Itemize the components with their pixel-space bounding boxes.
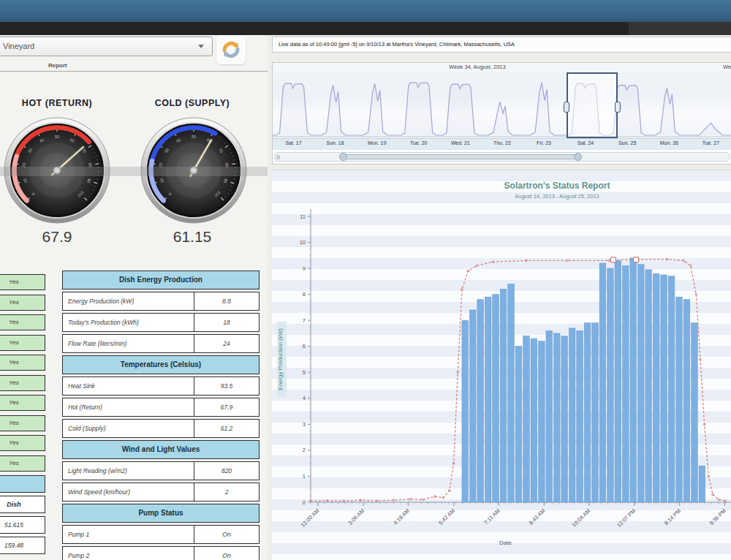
svg-text:0: 0: [303, 499, 306, 506]
selection-left-handle[interactable]: [564, 102, 569, 113]
live-data-bar: Live data as of 10:49:00 [gmt -5] on 9/1…: [272, 37, 731, 53]
timeline-day-label[interactable]: Sat. 24: [565, 140, 607, 145]
bar: [645, 270, 652, 502]
timeline-day-label[interactable]: Tue. 27: [690, 140, 731, 145]
bar: [538, 341, 545, 502]
scrollbar-right-knob[interactable]: [574, 153, 582, 161]
bar: [508, 284, 515, 502]
svg-text:50: 50: [192, 135, 196, 139]
site-selector-dropdown[interactable]: Vineyard: [0, 37, 213, 56]
table-row: Pump 1On: [62, 525, 260, 544]
status-section-header-cell: [0, 475, 45, 493]
svg-text:9: 9: [303, 265, 306, 272]
bar: [531, 338, 537, 502]
status-yes-cell: Yes: [0, 375, 45, 391]
timeline-day-label[interactable]: Sun. 25: [607, 140, 648, 145]
scrollbar-left-button[interactable]: [276, 155, 280, 159]
dish-value-cell: 159.48: [0, 537, 45, 554]
scrollbar-thumb[interactable]: [343, 154, 577, 159]
bar: [692, 323, 698, 502]
status-yes-cell: Yes: [0, 355, 45, 371]
info-table-section-header: Temperatures (Celsius): [62, 355, 260, 374]
bar: [477, 300, 484, 502]
timeline-day-label[interactable]: Sat. 17: [273, 140, 314, 145]
row-label: Wind Speed (km/hour): [62, 483, 194, 502]
table-row: Flow Rate (liters/min)24: [62, 334, 260, 353]
timeline-day-label[interactable]: Mon. 26: [648, 140, 690, 145]
svg-text:4: 4: [303, 395, 306, 401]
bar: [569, 328, 575, 502]
table-row: Today's Production (kWh)18: [62, 313, 260, 332]
bar: [599, 263, 606, 502]
site-selector-value: Vineyard: [3, 42, 34, 50]
tab-report[interactable]: Report: [42, 61, 73, 70]
bar: [668, 276, 675, 502]
timeline-day-label[interactable]: Thu. 22: [481, 140, 523, 145]
row-value: 820: [194, 461, 260, 480]
browser-chrome-bar: [0, 0, 731, 22]
timeline-week-title: Week 34, August, 2013: [273, 64, 682, 70]
table-row: Wind Speed (km/hour)2: [62, 483, 260, 502]
timeline-day-label[interactable]: Tue. 20: [398, 140, 439, 145]
table-row: Hot (Return)67.9: [62, 398, 260, 417]
svg-text:12:00 AM: 12:00 AM: [300, 507, 321, 529]
timeline-day-label[interactable]: Mon. 19: [356, 140, 398, 145]
svg-text:4:18 AM: 4:18 AM: [392, 507, 411, 526]
bar: [637, 265, 644, 502]
svg-text:11: 11: [300, 213, 306, 220]
timeline-day-label[interactable]: Fri. 23: [523, 140, 565, 145]
timeline-selection-box[interactable]: [567, 72, 618, 138]
bar: [515, 347, 522, 502]
row-value: 93.5: [194, 377, 260, 396]
row-label: Cold (Supply): [62, 419, 194, 438]
status-yes-cell: Yes: [0, 455, 45, 472]
info-table-section-header: Pump Status: [62, 504, 260, 523]
bar: [493, 295, 499, 502]
status-report-chart-panel: Solartron's Status Report August 14, 201…: [272, 170, 731, 560]
timeline-day-label[interactable]: Wed. 21: [439, 140, 481, 145]
bar: [469, 310, 476, 502]
hot-gauge-value: 67.9: [0, 228, 119, 246]
svg-text:Date: Date: [499, 540, 512, 546]
bar: [622, 266, 629, 502]
bar: [561, 336, 568, 502]
dish-value-cell: 51.615: [0, 516, 45, 534]
timeline-title-row: Week 34, August, 2013 Week: [273, 63, 731, 72]
bar: [577, 330, 583, 502]
svg-text:3:06 AM: 3:06 AM: [347, 507, 366, 526]
timeline-scrollbar[interactable]: [274, 152, 730, 162]
info-table-section-header: Wind and Light Values: [62, 440, 260, 459]
bar: [500, 290, 507, 502]
row-stripe: [0, 167, 268, 176]
row-value: 2: [194, 483, 260, 502]
row-value: 8.8: [194, 292, 260, 311]
energy-production-chart: 01234567891011Energy Production (kW)12:0…: [272, 170, 731, 560]
row-label: Hot (Return): [62, 398, 194, 417]
svg-text:8: 8: [303, 291, 306, 298]
scrollbar-left-knob[interactable]: [339, 153, 347, 161]
svg-text:10: 10: [300, 239, 306, 246]
row-label: Pump 2: [62, 546, 194, 560]
bar: [630, 258, 637, 502]
hot-gauge-label: HOT (RETURN): [0, 98, 119, 108]
dashboard-screen: Vineyard Report HOT (RETURN) COLD (SUPPL…: [0, 0, 731, 560]
bar: [683, 300, 690, 502]
svg-text:2: 2: [303, 447, 306, 453]
row-value: 67.9: [194, 398, 260, 417]
dish-header-cell: Dish: [0, 496, 45, 513]
live-data-text: Live data as of 10:49:00 [gmt -5] on 9/1…: [279, 41, 515, 48]
row-value: On: [194, 525, 260, 544]
bar: [553, 333, 560, 502]
bar: [584, 323, 591, 502]
svg-text:10:04 AM: 10:04 AM: [571, 507, 592, 529]
selection-right-handle[interactable]: [615, 102, 621, 113]
cold-gauge-label: COLD (SUPPLY): [130, 98, 254, 108]
timeline-chart: [273, 72, 731, 138]
status-yes-cell: Yes: [0, 415, 45, 431]
bar: [485, 297, 491, 502]
row-label: Light Reading (w/m2): [62, 461, 194, 480]
tab-bar: Report: [0, 59, 268, 72]
svg-text:12:07 PM: 12:07 PM: [616, 507, 637, 529]
timeline-day-label[interactable]: Sun. 18: [314, 140, 356, 145]
bar: [592, 323, 599, 502]
